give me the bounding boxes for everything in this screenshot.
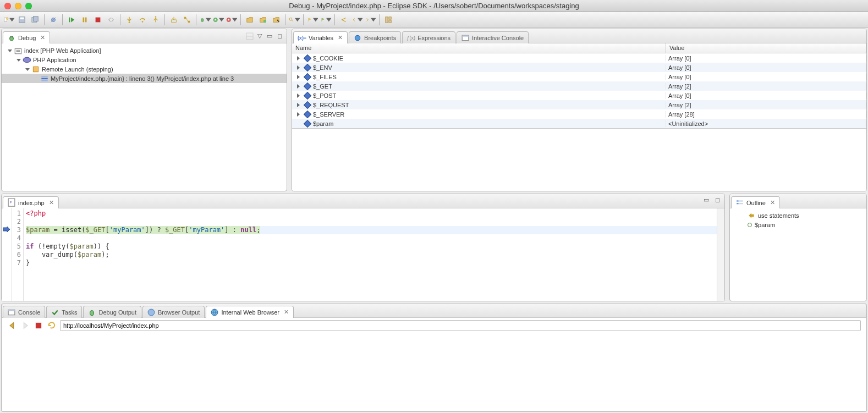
maximize-view-icon[interactable]: ◻ xyxy=(276,32,283,40)
twisty-closed-icon[interactable] xyxy=(295,102,301,108)
maximize-view-icon[interactable]: ◻ xyxy=(713,196,721,203)
close-icon[interactable]: ✕ xyxy=(40,34,45,41)
variable-row[interactable]: $_REQUESTArray [2] xyxy=(292,100,866,109)
outline-item[interactable]: $param xyxy=(731,220,865,229)
variable-row[interactable]: $param<Uninitialized> xyxy=(292,119,866,128)
outline-tab[interactable]: Outline ✕ xyxy=(731,196,780,208)
step-into-button[interactable] xyxy=(123,14,135,26)
svg-point-30 xyxy=(12,36,13,37)
interactive-console-tab[interactable]: Interactive Console xyxy=(457,31,529,43)
svg-point-20 xyxy=(202,18,203,19)
save-all-button[interactable] xyxy=(29,14,41,26)
code-editor[interactable]: 1 2 3 4 5 6 7 <?php $param = isset($_GET… xyxy=(2,208,724,301)
svg-point-40 xyxy=(355,35,360,40)
outline-item[interactable]: use statements xyxy=(731,211,865,220)
twisty-closed-icon[interactable] xyxy=(295,74,301,80)
annotation-prev-button[interactable] xyxy=(306,14,318,26)
twisty-closed-icon[interactable] xyxy=(295,112,301,117)
open-project-button[interactable] xyxy=(257,14,269,26)
perspective-button[interactable] xyxy=(382,14,394,26)
debug-tree[interactable]: index [PHP Web Application] PHP Applicat… xyxy=(2,43,287,191)
variable-detail-pane[interactable] xyxy=(292,128,866,172)
tasks-tab[interactable]: Tasks xyxy=(46,306,82,318)
tree-node-thread[interactable]: Remote Launch (stepping) xyxy=(2,64,287,74)
close-icon[interactable]: ✕ xyxy=(338,34,343,41)
use-step-filters-button[interactable] xyxy=(181,14,193,26)
overview-ruler[interactable] xyxy=(717,208,724,301)
minimize-view-icon[interactable]: ▭ xyxy=(266,32,273,40)
close-icon[interactable]: ✕ xyxy=(284,309,289,316)
browser-stop-button[interactable] xyxy=(34,321,43,331)
close-icon[interactable]: ✕ xyxy=(49,199,54,206)
twisty-open-icon[interactable] xyxy=(25,67,30,72)
code-content[interactable]: <?php $param = isset($_GET['myParam']) ?… xyxy=(24,208,717,301)
browser-content[interactable] xyxy=(1,333,867,412)
debug-dropdown-button[interactable] xyxy=(199,14,211,26)
browser-output-tab[interactable]: Browser Output xyxy=(142,306,205,318)
header-name[interactable]: Name xyxy=(292,43,666,53)
variable-row[interactable]: $_POSTArray [0] xyxy=(292,91,866,100)
run-dropdown-button[interactable] xyxy=(212,14,224,26)
last-edit-button[interactable] xyxy=(338,14,350,26)
variables-table[interactable]: $_COOKIEArray [0]$_ENVArray [0]$_FILESAr… xyxy=(292,53,866,128)
use-statement-icon xyxy=(748,212,755,219)
internal-browser-tab[interactable]: Internal Web Browser ✕ xyxy=(206,306,294,318)
back-history-button[interactable] xyxy=(351,14,363,26)
breakpoints-tab-label: Breakpoints xyxy=(364,35,396,41)
minimize-view-icon[interactable]: ▭ xyxy=(702,196,710,203)
debug-output-tab[interactable]: Debug Output xyxy=(83,306,141,318)
variable-row[interactable]: $_COOKIEArray [0] xyxy=(292,53,866,63)
variable-row[interactable]: $_SERVERArray [28] xyxy=(292,109,866,119)
new-button[interactable] xyxy=(3,14,15,26)
disconnect-button[interactable] xyxy=(105,14,117,26)
expressions-tab[interactable]: ƒ(x) Expressions xyxy=(402,31,455,43)
outline-tree[interactable]: use statements $param xyxy=(730,208,866,232)
open-type-button[interactable] xyxy=(270,14,282,26)
forward-history-button[interactable] xyxy=(364,14,376,26)
drop-to-frame-button[interactable] xyxy=(168,14,180,26)
variable-row[interactable]: $_FILESArray [0] xyxy=(292,72,866,81)
variable-row[interactable]: $_ENVArray [0] xyxy=(292,63,866,72)
new-project-button[interactable] xyxy=(244,14,256,26)
skip-breakpoints-button[interactable] xyxy=(47,14,59,26)
twisty-closed-icon[interactable] xyxy=(295,84,301,89)
step-return-button[interactable] xyxy=(150,14,162,26)
browser-back-button[interactable] xyxy=(7,321,17,331)
step-over-button[interactable] xyxy=(136,14,149,26)
expressions-tab-label: Expressions xyxy=(417,35,451,41)
close-icon[interactable]: ✕ xyxy=(770,199,775,206)
console-tab[interactable]: Console xyxy=(3,306,45,318)
tree-node-stackframe[interactable]: MyProject/index.php.{main} : lineno 3() … xyxy=(2,74,287,83)
header-value[interactable]: Value xyxy=(666,43,866,53)
tree-node-app[interactable]: PHP Application xyxy=(2,55,287,64)
save-button[interactable] xyxy=(16,14,28,26)
marker-ruler[interactable] xyxy=(2,208,12,301)
browser-url-input[interactable] xyxy=(60,320,861,331)
breakpoints-tab[interactable]: Breakpoints xyxy=(349,31,401,43)
suspend-button[interactable] xyxy=(79,14,91,26)
line-number-ruler[interactable]: 1 2 3 4 5 6 7 xyxy=(12,208,24,301)
twisty-open-icon[interactable] xyxy=(7,48,13,53)
twisty-closed-icon[interactable] xyxy=(295,65,301,70)
twisty-open-icon[interactable] xyxy=(16,57,21,63)
run-last-button[interactable] xyxy=(226,14,238,26)
svg-rect-9 xyxy=(83,17,85,22)
twisty-closed-icon[interactable] xyxy=(295,93,301,98)
terminate-button[interactable] xyxy=(92,14,104,26)
variables-tab[interactable]: (x)= Variables ✕ xyxy=(293,31,348,43)
resume-button[interactable] xyxy=(65,14,78,26)
browser-refresh-button[interactable] xyxy=(47,321,57,331)
tree-node-launch[interactable]: index [PHP Web Application] xyxy=(2,46,287,55)
variable-icon xyxy=(748,223,752,227)
annotation-next-button[interactable] xyxy=(320,14,332,26)
view-layout-icon[interactable] xyxy=(246,32,254,40)
twisty-closed-icon[interactable] xyxy=(295,56,301,61)
twisty-blank xyxy=(34,76,39,81)
browser-forward-button[interactable] xyxy=(20,321,30,331)
view-menu-icon[interactable]: ▽ xyxy=(256,32,263,40)
search-button[interactable] xyxy=(288,14,300,26)
variable-row[interactable]: $_GETArray [2] xyxy=(292,81,866,91)
svg-rect-5 xyxy=(34,16,39,21)
debug-tab[interactable]: Debug ✕ xyxy=(3,31,50,43)
editor-tab[interactable]: P index.php ✕ xyxy=(3,196,59,208)
